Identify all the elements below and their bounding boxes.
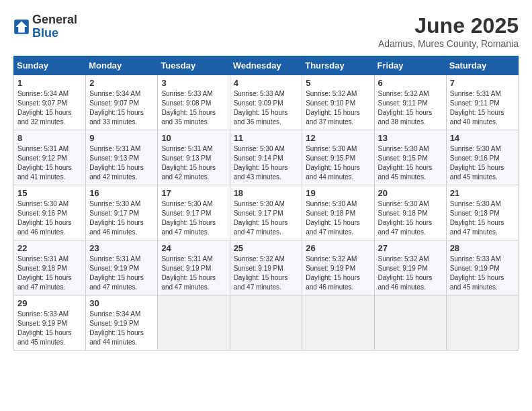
day-info: Sunrise: 5:30 AMSunset: 9:14 PMDaylight:… (234, 144, 299, 182)
calendar-week-1: 1Sunrise: 5:34 AMSunset: 9:07 PMDaylight… (14, 75, 519, 130)
day-number: 4 (234, 78, 299, 88)
day-info: Sunrise: 5:30 AMSunset: 9:16 PMDaylight:… (450, 144, 515, 182)
day-number: 8 (17, 133, 82, 143)
calendar-cell (302, 295, 374, 351)
calendar-table: SundayMondayTuesdayWednesdayThursdayFrid… (13, 56, 519, 351)
calendar-week-5: 29Sunrise: 5:33 AMSunset: 9:19 PMDayligh… (14, 295, 519, 351)
weekday-header-thursday: Thursday (302, 56, 374, 75)
day-number: 28 (450, 243, 515, 253)
day-info: Sunrise: 5:30 AMSunset: 9:15 PMDaylight:… (306, 144, 370, 182)
calendar-cell: 13Sunrise: 5:30 AMSunset: 9:15 PMDayligh… (374, 130, 446, 185)
calendar-cell: 18Sunrise: 5:30 AMSunset: 9:17 PMDayligh… (230, 185, 302, 240)
weekday-header-saturday: Saturday (446, 56, 518, 75)
logo: General Blue (13, 13, 77, 40)
calendar-cell: 8Sunrise: 5:31 AMSunset: 9:12 PMDaylight… (14, 130, 86, 185)
day-info: Sunrise: 5:32 AMSunset: 9:11 PMDaylight:… (378, 89, 443, 127)
day-number: 15 (17, 188, 82, 198)
calendar-cell: 20Sunrise: 5:30 AMSunset: 9:18 PMDayligh… (374, 185, 446, 240)
day-info: Sunrise: 5:31 AMSunset: 9:12 PMDaylight:… (17, 144, 82, 182)
calendar-cell: 23Sunrise: 5:31 AMSunset: 9:19 PMDayligh… (86, 240, 158, 295)
calendar-week-2: 8Sunrise: 5:31 AMSunset: 9:12 PMDaylight… (14, 130, 519, 185)
day-number: 1 (17, 78, 82, 88)
day-info: Sunrise: 5:30 AMSunset: 9:17 PMDaylight:… (89, 199, 154, 237)
day-number: 18 (234, 188, 299, 198)
calendar-cell (446, 295, 518, 351)
calendar-cell: 26Sunrise: 5:32 AMSunset: 9:19 PMDayligh… (302, 240, 374, 295)
calendar-cell: 5Sunrise: 5:32 AMSunset: 9:10 PMDaylight… (302, 75, 374, 130)
day-info: Sunrise: 5:34 AMSunset: 9:07 PMDaylight:… (89, 89, 154, 127)
day-number: 19 (306, 188, 370, 198)
day-number: 13 (378, 133, 443, 143)
calendar-cell: 16Sunrise: 5:30 AMSunset: 9:17 PMDayligh… (86, 185, 158, 240)
day-info: Sunrise: 5:30 AMSunset: 9:16 PMDaylight:… (17, 199, 82, 237)
day-info: Sunrise: 5:30 AMSunset: 9:17 PMDaylight:… (234, 199, 299, 237)
day-number: 3 (161, 78, 226, 88)
day-number: 14 (450, 133, 515, 143)
title-area: June 2025 Adamus, Mures County, Romania (378, 13, 519, 49)
calendar-cell: 25Sunrise: 5:32 AMSunset: 9:19 PMDayligh… (230, 240, 302, 295)
calendar-cell (230, 295, 302, 351)
weekday-header-monday: Monday (86, 56, 158, 75)
calendar-cell: 6Sunrise: 5:32 AMSunset: 9:11 PMDaylight… (374, 75, 446, 130)
weekday-header-tuesday: Tuesday (158, 56, 230, 75)
day-info: Sunrise: 5:32 AMSunset: 9:10 PMDaylight:… (306, 89, 370, 127)
day-info: Sunrise: 5:33 AMSunset: 9:19 PMDaylight:… (17, 310, 82, 347)
calendar-cell: 1Sunrise: 5:34 AMSunset: 9:07 PMDaylight… (14, 75, 86, 130)
logo-icon (13, 19, 30, 35)
day-info: Sunrise: 5:32 AMSunset: 9:19 PMDaylight:… (234, 255, 299, 292)
logo-text-general: General (32, 13, 77, 26)
calendar-cell: 21Sunrise: 5:30 AMSunset: 9:18 PMDayligh… (446, 185, 518, 240)
day-number: 17 (161, 188, 226, 198)
calendar-cell: 22Sunrise: 5:31 AMSunset: 9:18 PMDayligh… (14, 240, 86, 295)
logo-text-blue: Blue (32, 26, 58, 40)
day-info: Sunrise: 5:30 AMSunset: 9:17 PMDaylight:… (161, 199, 226, 237)
day-info: Sunrise: 5:30 AMSunset: 9:18 PMDaylight:… (306, 199, 370, 237)
day-info: Sunrise: 5:32 AMSunset: 9:19 PMDaylight:… (306, 255, 370, 292)
day-number: 22 (17, 243, 82, 253)
day-number: 7 (450, 78, 515, 88)
calendar-cell: 28Sunrise: 5:33 AMSunset: 9:19 PMDayligh… (446, 240, 518, 295)
day-number: 9 (89, 133, 154, 143)
weekday-header-sunday: Sunday (14, 56, 86, 75)
day-number: 20 (378, 188, 443, 198)
day-number: 11 (234, 133, 299, 143)
calendar-cell: 12Sunrise: 5:30 AMSunset: 9:15 PMDayligh… (302, 130, 374, 185)
day-number: 6 (378, 78, 443, 88)
calendar-cell: 17Sunrise: 5:30 AMSunset: 9:17 PMDayligh… (158, 185, 230, 240)
day-number: 27 (378, 243, 443, 253)
calendar-cell: 7Sunrise: 5:31 AMSunset: 9:11 PMDaylight… (446, 75, 518, 130)
weekday-header-friday: Friday (374, 56, 446, 75)
calendar-cell: 10Sunrise: 5:31 AMSunset: 9:13 PMDayligh… (158, 130, 230, 185)
calendar-week-4: 22Sunrise: 5:31 AMSunset: 9:18 PMDayligh… (14, 240, 519, 295)
day-number: 2 (89, 78, 154, 88)
day-number: 24 (161, 243, 226, 253)
day-info: Sunrise: 5:31 AMSunset: 9:11 PMDaylight:… (450, 89, 515, 127)
calendar-cell: 2Sunrise: 5:34 AMSunset: 9:07 PMDaylight… (86, 75, 158, 130)
day-info: Sunrise: 5:31 AMSunset: 9:18 PMDaylight:… (17, 255, 82, 292)
calendar-cell: 9Sunrise: 5:31 AMSunset: 9:13 PMDaylight… (86, 130, 158, 185)
calendar-week-3: 15Sunrise: 5:30 AMSunset: 9:16 PMDayligh… (14, 185, 519, 240)
day-number: 29 (17, 298, 82, 308)
day-info: Sunrise: 5:31 AMSunset: 9:13 PMDaylight:… (161, 144, 226, 182)
calendar-cell: 11Sunrise: 5:30 AMSunset: 9:14 PMDayligh… (230, 130, 302, 185)
day-number: 23 (89, 243, 154, 253)
calendar-cell (158, 295, 230, 351)
calendar-cell: 29Sunrise: 5:33 AMSunset: 9:19 PMDayligh… (14, 295, 86, 351)
calendar-cell: 15Sunrise: 5:30 AMSunset: 9:16 PMDayligh… (14, 185, 86, 240)
calendar-subtitle: Adamus, Mures County, Romania (378, 38, 519, 49)
day-info: Sunrise: 5:33 AMSunset: 9:08 PMDaylight:… (161, 89, 226, 127)
page-header: General Blue June 2025 Adamus, Mures Cou… (13, 13, 519, 49)
day-number: 12 (306, 133, 370, 143)
day-number: 21 (450, 188, 515, 198)
calendar-cell: 24Sunrise: 5:31 AMSunset: 9:19 PMDayligh… (158, 240, 230, 295)
day-info: Sunrise: 5:30 AMSunset: 9:18 PMDaylight:… (378, 199, 443, 237)
day-number: 10 (161, 133, 226, 143)
calendar-cell: 30Sunrise: 5:34 AMSunset: 9:19 PMDayligh… (86, 295, 158, 351)
weekday-header-wednesday: Wednesday (230, 56, 302, 75)
day-info: Sunrise: 5:31 AMSunset: 9:19 PMDaylight:… (161, 255, 226, 292)
day-info: Sunrise: 5:32 AMSunset: 9:19 PMDaylight:… (378, 255, 443, 292)
day-number: 30 (89, 298, 154, 308)
calendar-title: June 2025 (378, 13, 519, 38)
day-info: Sunrise: 5:31 AMSunset: 9:13 PMDaylight:… (89, 144, 154, 182)
day-info: Sunrise: 5:30 AMSunset: 9:15 PMDaylight:… (378, 144, 443, 182)
